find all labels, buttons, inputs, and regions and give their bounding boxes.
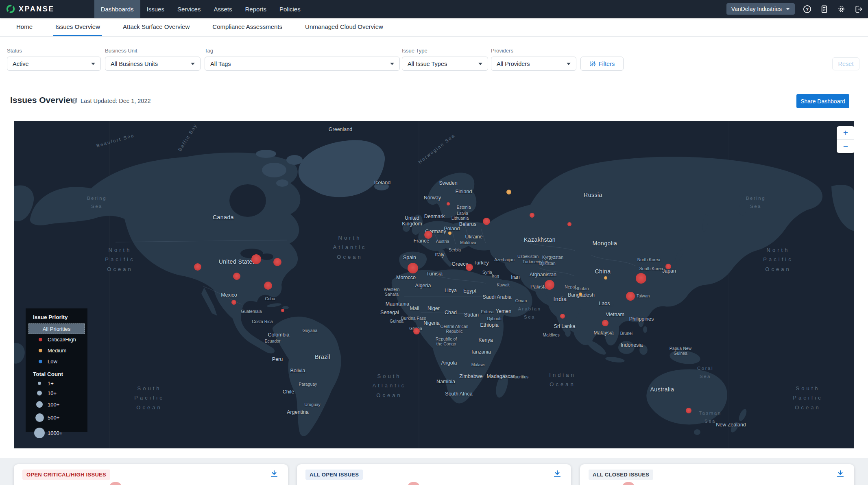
issue-cluster-dot[interactable] xyxy=(545,280,554,290)
filter-label-issue-type: Issue Type xyxy=(402,48,427,54)
legend-count-10: 10+ xyxy=(31,388,87,398)
issue-cluster-dot[interactable] xyxy=(447,202,450,205)
chevron-down-icon xyxy=(191,63,195,65)
settings-icon[interactable] xyxy=(837,4,846,14)
issue-cluster-dot[interactable] xyxy=(567,222,571,226)
chevron-down-icon xyxy=(478,63,482,65)
filter-value-issue-type: All Issue Types xyxy=(408,61,447,67)
release-notes-icon[interactable] xyxy=(820,4,829,14)
download-icon[interactable] xyxy=(835,469,845,479)
issue-cluster-dot[interactable] xyxy=(413,328,420,334)
share-dashboard-button[interactable]: Share Dashboard xyxy=(796,94,849,108)
issue-cluster-dot[interactable] xyxy=(194,263,201,271)
issue-cluster-dot[interactable] xyxy=(686,408,691,413)
count-circle-wrap xyxy=(31,401,48,408)
xpanse-logo: XPANSE xyxy=(6,4,55,14)
help-icon[interactable]: ? xyxy=(803,4,812,14)
filter-select-issue-type[interactable]: All Issue Types xyxy=(402,57,488,71)
count-circle-wrap xyxy=(31,428,48,438)
legend-count-1: 1+ xyxy=(31,379,87,388)
download-icon[interactable] xyxy=(269,469,279,479)
filter-bar: Filters Reset StatusActiveBusiness UnitA… xyxy=(0,37,868,84)
legend-count-label: 100+ xyxy=(48,402,59,408)
sliders-icon xyxy=(589,61,596,67)
panel-all-open-issues: ALL OPEN ISSUES xyxy=(297,464,571,485)
filter-value-business-unit: All Business Units xyxy=(111,61,158,67)
count-circle-icon xyxy=(35,413,44,422)
issue-cluster-dot[interactable] xyxy=(506,190,511,194)
filter-label-business-unit: Business Unit xyxy=(105,48,137,54)
download-icon[interactable] xyxy=(552,469,562,479)
filters-button[interactable]: Filters xyxy=(580,57,624,71)
count-circle-wrap xyxy=(31,413,48,422)
page-header: Issues Overview Last Updated: Dec 1, 202… xyxy=(0,84,868,121)
map-zoom-control: + − xyxy=(837,126,854,153)
legend-count-500: 500+ xyxy=(31,411,87,425)
issue-cluster-dot[interactable] xyxy=(483,218,490,225)
world-map[interactable]: + − Issue Priority All Priorities Critic… xyxy=(14,121,854,448)
nav-item-services[interactable]: Services xyxy=(171,0,207,18)
issue-cluster-dot[interactable] xyxy=(251,254,261,264)
issue-cluster-dot[interactable] xyxy=(579,293,582,296)
sign-out-icon[interactable] xyxy=(854,4,863,14)
issue-cluster-dot[interactable] xyxy=(665,264,671,269)
count-circle-wrap xyxy=(31,382,48,385)
issue-cluster-dot[interactable] xyxy=(636,273,646,284)
tab-attack-surface-overview[interactable]: Attack Surface Overview xyxy=(121,18,192,36)
info-icon[interactable] xyxy=(71,98,78,104)
nav-item-assets[interactable]: Assets xyxy=(207,0,238,18)
issue-cluster-dot[interactable] xyxy=(231,300,236,305)
filter-select-tag[interactable]: All Tags xyxy=(205,57,400,71)
legend-count-title: Total Count xyxy=(33,371,87,377)
app-root: XPANSE DashboardsIssuesServicesAssetsRep… xyxy=(0,0,868,485)
reset-button[interactable]: Reset xyxy=(832,57,859,70)
chevron-down-icon xyxy=(390,63,394,65)
panel-title-badge: ALL CLOSED ISSUES xyxy=(589,470,653,480)
legend-count-100: 100+ xyxy=(31,398,87,411)
issue-cluster-dot[interactable] xyxy=(530,213,534,218)
tab-issues-overview[interactable]: Issues Overview xyxy=(53,18,102,36)
legend-all-priorities[interactable]: All Priorities xyxy=(28,323,85,334)
nav-item-dashboards[interactable]: Dashboards xyxy=(94,0,140,18)
legend-count-label: 10+ xyxy=(48,390,57,396)
filter-select-status[interactable]: Active xyxy=(7,57,101,71)
nav-item-policies[interactable]: Policies xyxy=(273,0,307,18)
legend-priority-low[interactable]: Low xyxy=(39,356,87,367)
legend-priority-critical-high[interactable]: Critical/High xyxy=(39,334,87,345)
primary-nav: DashboardsIssuesServicesAssetsReportsPol… xyxy=(94,0,307,18)
issue-cluster-dot[interactable] xyxy=(604,276,607,280)
issue-cluster-dot[interactable] xyxy=(602,320,608,326)
legend-count-label: 1+ xyxy=(48,380,54,387)
tab-unmanaged-cloud-overview[interactable]: Unmanaged Cloud Overview xyxy=(303,18,385,36)
panel-open-critical-high-issues: OPEN CRITICAL/HIGH ISSUES xyxy=(14,464,288,485)
legend-priority-medium[interactable]: Medium xyxy=(39,345,87,356)
issue-cluster-dot[interactable] xyxy=(233,273,240,280)
tab-home[interactable]: Home xyxy=(14,18,35,36)
issue-cluster-dot[interactable] xyxy=(408,263,418,273)
issue-cluster-dot[interactable] xyxy=(626,292,635,301)
issue-cluster-dot[interactable] xyxy=(424,231,432,239)
filter-value-tag: All Tags xyxy=(210,61,231,67)
issue-cluster-dot[interactable] xyxy=(281,309,284,312)
issue-cluster-dot[interactable] xyxy=(264,282,272,290)
tab-compliance-assessments[interactable]: Compliance Assessments xyxy=(210,18,284,36)
zoom-out-button[interactable]: − xyxy=(837,140,854,153)
legend-count-label: 500+ xyxy=(48,415,59,421)
count-circle-wrap xyxy=(31,391,48,395)
priority-dot-icon xyxy=(39,360,42,363)
chart-fragment xyxy=(110,482,121,485)
issue-cluster-dot[interactable] xyxy=(273,258,281,266)
filters-button-label: Filters xyxy=(599,61,615,67)
issue-cluster-dot[interactable] xyxy=(448,232,451,235)
zoom-in-button[interactable]: + xyxy=(837,126,854,140)
issue-cluster-dot[interactable] xyxy=(560,314,565,319)
filter-select-business-unit[interactable]: All Business Units xyxy=(105,57,201,71)
count-circle-icon xyxy=(38,382,41,385)
filter-select-providers[interactable]: All Providers xyxy=(491,57,576,71)
count-circle-icon xyxy=(36,401,43,408)
nav-item-issues[interactable]: Issues xyxy=(140,0,171,18)
org-selector-button[interactable]: VanDelay Industries xyxy=(726,3,795,15)
nav-item-reports[interactable]: Reports xyxy=(238,0,273,18)
issue-cluster-dot[interactable] xyxy=(466,264,473,271)
priority-dot-icon xyxy=(39,349,42,352)
